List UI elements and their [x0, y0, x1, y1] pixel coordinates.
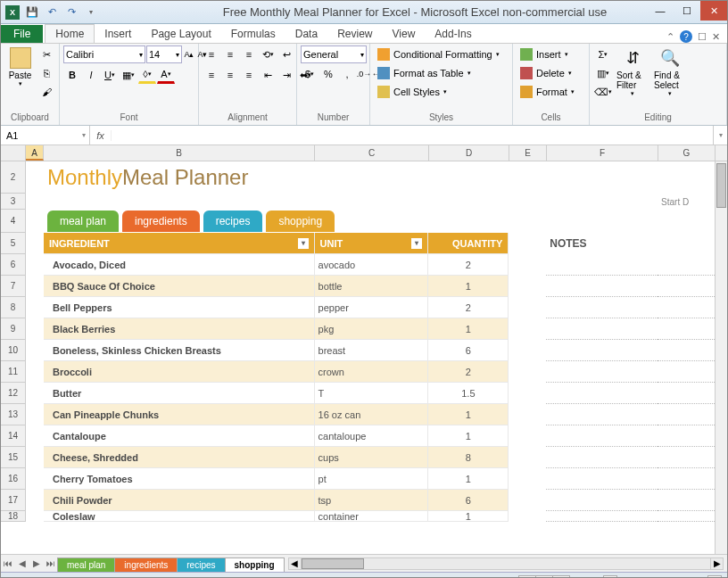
note-cell[interactable]	[546, 383, 658, 404]
sort-filter-button[interactable]: ⇵ Sort & Filter▾	[615, 45, 650, 99]
sheet-tab-shopping[interactable]: shopping	[225, 557, 285, 572]
fill-icon[interactable]: ▥▾	[593, 64, 613, 82]
row-header[interactable]: 5	[1, 233, 26, 254]
sheet-tab-meal-plan[interactable]: meal plan	[57, 557, 115, 572]
font-color-icon[interactable]: A▾	[157, 66, 175, 84]
quantity-cell[interactable]: 1	[428, 425, 509, 447]
name-box[interactable]: A1	[1, 126, 90, 144]
note-cell[interactable]	[546, 404, 658, 425]
row-header[interactable]: 18	[1, 511, 26, 522]
unit-cell[interactable]: tsp	[315, 490, 429, 511]
quantity-cell[interactable]: 1	[428, 276, 509, 297]
row-header[interactable]: 8	[1, 297, 26, 318]
unit-cell[interactable]: pt	[315, 468, 429, 490]
increase-decimal-icon[interactable]: .0→	[357, 65, 371, 83]
ingredient-cell[interactable]: Black Berries	[44, 318, 315, 340]
file-tab[interactable]: File	[1, 25, 43, 43]
expand-formula-bar-icon[interactable]: ▾	[713, 126, 727, 144]
autosum-icon[interactable]: Σ▾	[593, 45, 613, 63]
sheet-tab-ingredients[interactable]: ingredients	[114, 557, 178, 572]
row-header[interactable]: 9	[1, 318, 26, 340]
tab-addins[interactable]: Add-Ins	[425, 25, 481, 43]
table-header[interactable]: QUANTITY	[428, 233, 509, 254]
view-page-layout-icon[interactable]: ▤	[535, 575, 553, 579]
excel-icon[interactable]: X	[4, 4, 21, 21]
row-header[interactable]: 4	[1, 210, 26, 233]
scroll-thumb[interactable]	[716, 163, 726, 208]
tab-review[interactable]: Review	[327, 25, 382, 43]
bold-button[interactable]: B	[63, 66, 81, 84]
ingredient-cell[interactable]: Bell Peppers	[44, 297, 315, 318]
quantity-cell[interactable]: 1	[428, 404, 509, 425]
hscroll-right-icon[interactable]: ▶	[710, 558, 723, 569]
align-top-icon[interactable]: ≡	[203, 45, 220, 63]
unit-cell[interactable]: T	[315, 383, 429, 404]
number-format-combo[interactable]: General▾	[301, 45, 367, 63]
table-header[interactable]: UNIT▾	[315, 233, 429, 254]
filter-dropdown-icon[interactable]: ▾	[411, 238, 422, 249]
quantity-cell[interactable]: 1	[428, 468, 509, 490]
sheet-nav-prev-icon[interactable]: ◀	[15, 557, 29, 571]
table-header[interactable]: INGREDIENT▾	[44, 233, 315, 254]
ingredient-cell[interactable]: Broccoli	[44, 361, 315, 383]
zoom-out-button[interactable]: −	[603, 575, 617, 579]
ingredient-cell[interactable]: Cantaloupe	[44, 425, 315, 447]
col-header-E[interactable]: E	[509, 145, 547, 161]
ingredient-cell[interactable]: Butter	[44, 383, 315, 404]
note-cell[interactable]	[546, 318, 658, 340]
quantity-cell[interactable]: 1	[428, 318, 509, 340]
align-middle-icon[interactable]: ≡	[221, 45, 239, 63]
row-header[interactable]: 13	[1, 404, 26, 425]
format-cells-button[interactable]: Format▾	[517, 83, 585, 101]
unit-cell[interactable]: breast	[315, 340, 429, 361]
fill-color-icon[interactable]: ◊▾	[138, 66, 156, 84]
grow-font-icon[interactable]: A▴	[183, 45, 195, 63]
format-as-table-button[interactable]: Format as Table▾	[374, 64, 509, 82]
note-cell[interactable]	[546, 297, 658, 318]
ingredient-cell[interactable]: BBQ Sauce Of Choice	[44, 276, 315, 297]
italic-button[interactable]: I	[82, 66, 100, 84]
unit-cell[interactable]: cups	[315, 447, 429, 468]
note-cell[interactable]	[546, 447, 658, 468]
ingredient-cell[interactable]: Can Pineapple Chunks	[44, 404, 315, 425]
align-left-icon[interactable]: ≡	[203, 66, 220, 84]
ingredient-cell[interactable]: Boneless, Skinless Chicken Breasts	[44, 340, 315, 361]
sheet-nav-first-icon[interactable]: ⏮	[1, 557, 15, 571]
formula-input[interactable]	[112, 130, 713, 141]
quantity-cell[interactable]: 8	[428, 447, 509, 468]
quantity-cell[interactable]: 1.5	[428, 383, 509, 404]
cell-styles-button[interactable]: Cell Styles▾	[374, 83, 509, 101]
row-header[interactable]: 11	[1, 361, 26, 383]
help-icon[interactable]: ?	[680, 30, 692, 43]
view-normal-icon[interactable]: ▦	[518, 575, 536, 579]
col-header-A[interactable]: A	[26, 145, 44, 161]
hscroll-left-icon[interactable]: ◀	[289, 558, 302, 569]
window-restore-icon[interactable]: ☐	[698, 31, 707, 43]
wrap-text-icon[interactable]: ↩	[277, 45, 295, 63]
unit-cell[interactable]: avocado	[315, 254, 429, 276]
unit-cell[interactable]: pepper	[315, 297, 429, 318]
zoom-in-button[interactable]: +	[707, 575, 722, 579]
align-bottom-icon[interactable]: ≡	[240, 45, 258, 63]
tab-view[interactable]: View	[383, 25, 426, 43]
select-all-corner[interactable]	[1, 145, 26, 161]
unit-cell[interactable]: bottle	[315, 276, 429, 297]
row-header[interactable]: 7	[1, 276, 26, 297]
view-page-break-icon[interactable]: ▥	[552, 575, 570, 579]
accounting-format-icon[interactable]: $▾	[301, 65, 318, 83]
row-header[interactable]: 6	[1, 254, 26, 276]
row-header[interactable]: 10	[1, 340, 26, 361]
tab-formulas[interactable]: Formulas	[221, 25, 285, 43]
quantity-cell[interactable]: 2	[428, 361, 509, 383]
minimize-button[interactable]: —	[647, 1, 674, 21]
maximize-button[interactable]: ☐	[674, 1, 700, 21]
nav-pill-meal-plan[interactable]: meal plan	[47, 211, 119, 232]
decrease-indent-icon[interactable]: ⇤	[259, 66, 277, 84]
row-header[interactable]: 16	[1, 468, 26, 490]
paste-button[interactable]: Paste▾	[4, 45, 36, 89]
align-right-icon[interactable]: ≡	[240, 66, 258, 84]
cut-icon[interactable]: ✂	[37, 45, 55, 63]
col-header-G[interactable]: G	[658, 145, 716, 161]
redo-icon[interactable]: ↷	[63, 4, 79, 21]
copy-icon[interactable]: ⎘	[37, 64, 55, 82]
